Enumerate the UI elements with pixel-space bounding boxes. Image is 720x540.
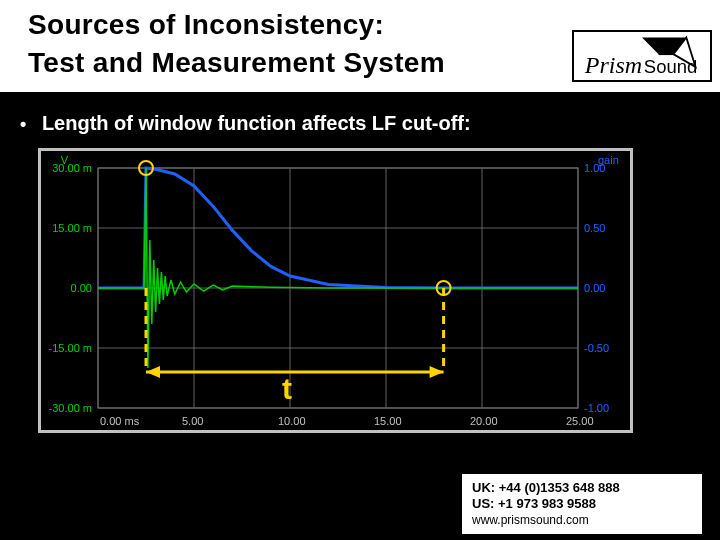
title-line-1: Sources of Inconsistency: [28, 9, 384, 40]
contact-url: www.prismsound.com [472, 512, 692, 528]
x-axis-unit: 0.00 ms [100, 415, 140, 427]
svg-text:5.00: 5.00 [182, 415, 203, 427]
bullet-text: Length of window function affects LF cut… [42, 112, 471, 134]
svg-text:1.00: 1.00 [584, 162, 605, 174]
contact-us: US: +1 973 983 9588 [472, 496, 692, 512]
bullet-item: • Length of window function affects LF c… [20, 112, 471, 135]
span-label-t: t [282, 372, 292, 406]
title-line-2: Test and Measurement System [28, 47, 445, 78]
svg-text:-15.00 m: -15.00 m [49, 342, 92, 354]
svg-text:30.00 m: 30.00 m [52, 162, 92, 174]
svg-text:-30.00 m: -30.00 m [49, 402, 92, 414]
svg-text:0.50: 0.50 [584, 222, 605, 234]
window-function-chart: V gain 30.00 m1.0015.00 m0.500.000.00-15… [38, 148, 633, 433]
svg-text:15.00 m: 15.00 m [52, 222, 92, 234]
svg-text:-1.00: -1.00 [584, 402, 609, 414]
prism-sound-logo: Prism Sound [572, 30, 712, 82]
svg-text:25.00: 25.00 [566, 415, 594, 427]
svg-rect-2 [41, 151, 630, 430]
svg-text:0.00: 0.00 [71, 282, 92, 294]
logo-text-prism: Prism [584, 52, 642, 78]
svg-text:-0.50: -0.50 [584, 342, 609, 354]
svg-text:15.00: 15.00 [374, 415, 402, 427]
bullet-dot-icon: • [20, 114, 26, 135]
contact-footer: UK: +44 (0)1353 648 888 US: +1 973 983 9… [462, 474, 702, 534]
svg-text:10.00: 10.00 [278, 415, 306, 427]
contact-uk: UK: +44 (0)1353 648 888 [472, 480, 692, 496]
svg-text:0.00: 0.00 [584, 282, 605, 294]
svg-text:20.00: 20.00 [470, 415, 498, 427]
slide-title: Sources of Inconsistency: Test and Measu… [28, 6, 445, 82]
logo-text-sound: Sound [644, 56, 697, 77]
